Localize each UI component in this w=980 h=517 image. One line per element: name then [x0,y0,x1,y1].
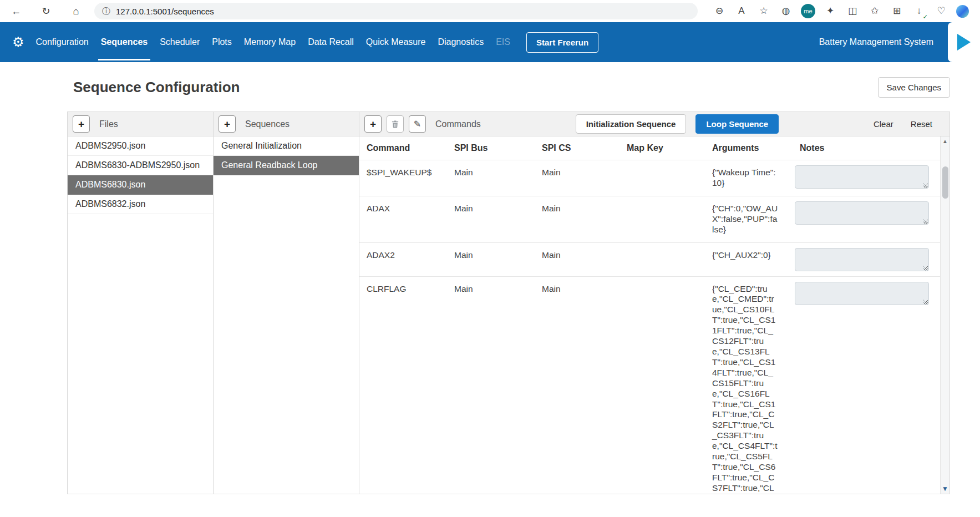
sequences-panel-title: Sequences [245,119,290,129]
start-freerun-button[interactable]: Start Freerun [526,32,598,53]
back-icon[interactable]: ← [9,4,23,18]
read-aloud-icon[interactable]: A [734,4,749,18]
cell-spi-cs: Main [535,277,620,494]
sequence-item[interactable]: General Readback Loop [214,156,359,175]
nav-item-sequences[interactable]: Sequences [95,22,154,62]
cell-arguments: {"CH_AUX2":0} [705,243,793,276]
favorite-star-icon[interactable]: ☆ [756,4,771,18]
notes-input[interactable] [795,282,929,305]
scrollbar-thumb[interactable] [942,166,948,199]
cell-spi-cs: Main [535,243,620,276]
collections-icon[interactable]: ⊞ [890,4,904,18]
downloads-icon[interactable]: ↓✓ [912,4,926,18]
command-row[interactable]: $SPI_WAKEUP$MainMain{"Wakeup Time":10} [359,160,940,196]
edit-command-button[interactable]: ✎ [409,115,426,133]
copilot-icon[interactable] [956,5,969,18]
command-row[interactable]: ADAX2MainMain{"CH_AUX2":0} [359,242,940,276]
play-icon [957,34,971,50]
sequences-panel-header: + Sequences [214,112,359,136]
app-title: Battery Management System [819,37,933,47]
nav-items: ConfigurationSequencesSchedulerPlotsMemo… [30,22,516,62]
scroll-up-icon[interactable]: ▲ [942,136,948,146]
address-bar[interactable]: ⓘ 127.0.0.1:5001/sequences [94,3,698,19]
nav-item-plots[interactable]: Plots [206,22,238,62]
notes-input[interactable] [795,165,929,189]
sequences-panel: + Sequences General InitializationGenera… [213,111,359,494]
app-navbar: ⚙ ConfigurationSequencesSchedulerPlotsMe… [0,22,980,62]
browser-toolbar: ← ↻ ⌂ ⓘ 127.0.0.1:5001/sequences ⊖A☆◍me✦… [0,0,980,22]
nav-item-memory-map[interactable]: Memory Map [238,22,302,62]
nav-item-diagnostics[interactable]: Diagnostics [431,22,490,62]
files-panel: + Files ADBMS2950.jsonADBMS6830-ADBMS295… [67,111,214,494]
files-panel-header: + Files [68,112,213,136]
initialization-sequence-button[interactable]: Initialization Sequence [576,114,687,134]
cell-map-key [620,160,705,196]
cell-notes [793,277,940,494]
split-screen-icon[interactable]: ◫ [845,4,860,18]
extension-icon-2[interactable]: ✦ [823,4,837,18]
nav-item-configuration[interactable]: Configuration [30,22,95,62]
run-play-button[interactable] [948,22,980,62]
scrollbar[interactable]: ▲ ▼ [940,136,949,494]
page-content: Sequence Configuration Save Changes + Fi… [0,77,980,494]
nav-item-quick-measure[interactable]: Quick Measure [360,22,432,62]
scroll-down-icon[interactable]: ▼ [942,484,948,494]
commands-panel-title: Commands [435,119,481,129]
screen: ← ↻ ⌂ ⓘ 127.0.0.1:5001/sequences ⊖A☆◍me✦… [0,0,980,494]
commands-table: CommandSPI BusSPI CSMap KeyArgumentsNote… [359,136,949,494]
cell-notes [793,196,940,242]
page-header: Sequence Configuration Save Changes [67,77,950,98]
pencil-icon: ✎ [414,119,421,129]
cell-notes [793,243,940,276]
column-header-command: Command [359,143,447,153]
reset-button[interactable]: Reset [911,119,932,129]
column-header-arguments: Arguments [705,143,793,153]
home-icon[interactable]: ⌂ [69,4,83,18]
command-row[interactable]: ADAXMainMain{"CH":0,"OW_AUX":false,"PUP"… [359,196,940,242]
sequence-item[interactable]: General Initialization [214,136,359,156]
cell-notes [793,160,940,196]
clear-button[interactable]: Clear [874,119,893,129]
nav-item-eis[interactable]: EIS [490,22,516,62]
notes-input[interactable] [795,248,929,271]
panels-row: + Files ADBMS2950.jsonADBMS6830-ADBMS295… [67,111,950,494]
cell-arguments: {"CL_CED":true,"CL_CMED":true,"CL_CS10FL… [705,277,793,494]
url-text[interactable]: 127.0.0.1:5001/sequences [116,7,214,16]
gear-icon[interactable]: ⚙ [12,34,24,50]
notes-input[interactable] [795,201,929,225]
zoom-out-icon[interactable]: ⊖ [712,4,727,18]
trash-icon [391,120,399,128]
commands-toolbar: + ✎ Commands Initialization Sequence Loo… [359,112,949,136]
table-header: CommandSPI BusSPI CSMap KeyArgumentsNote… [359,136,940,160]
file-item[interactable]: ADBMS2950.json [68,136,213,156]
add-command-button[interactable]: + [364,115,382,133]
add-file-button[interactable]: + [73,115,90,133]
command-row[interactable]: CLRFLAGMainMain{"CL_CED":true,"CL_CMED":… [359,276,940,494]
cell-command: ADAX [359,196,447,242]
favorites-icon[interactable]: ✩ [867,4,882,18]
file-item[interactable]: ADBMS6830-ADBMS2950.json [68,156,213,175]
extension-icon[interactable]: ◍ [779,4,793,18]
browser-nav-buttons: ← ↻ ⌂ [9,4,83,18]
nav-item-scheduler[interactable]: Scheduler [154,22,206,62]
cell-spi-cs: Main [535,160,620,196]
delete-command-button[interactable] [387,115,404,133]
cell-command: $SPI_WAKEUP$ [359,160,447,196]
nav-item-data-recall[interactable]: Data Recall [302,22,360,62]
refresh-icon[interactable]: ↻ [39,4,53,18]
browser-actions: ⊖A☆◍me✦◫✩⊞↓✓♡ [712,4,971,18]
profile-avatar[interactable]: me [801,4,815,18]
file-item[interactable]: ADBMS6832.json [68,195,213,214]
page-title: Sequence Configuration [67,79,240,96]
save-changes-button[interactable]: Save Changes [878,77,950,98]
cell-spi-bus: Main [447,160,535,196]
file-item[interactable]: ADBMS6830.json [68,175,213,195]
files-list: ADBMS2950.jsonADBMS6830-ADBMS2950.jsonAD… [68,136,213,214]
add-sequence-button[interactable]: + [219,115,236,133]
site-info-icon[interactable]: ⓘ [102,6,110,17]
cell-spi-bus: Main [447,243,535,276]
cell-command: ADAX2 [359,243,447,276]
loop-sequence-button[interactable]: Loop Sequence [695,114,779,134]
browser-essentials-icon[interactable]: ♡ [934,4,948,18]
column-header-spi-cs: SPI CS [535,143,620,153]
